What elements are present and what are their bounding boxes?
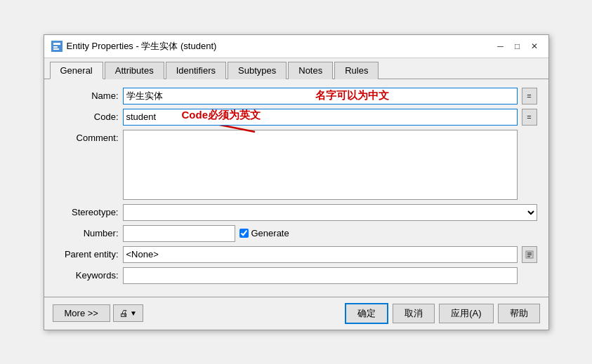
svg-rect-9 <box>527 252 532 254</box>
number-input[interactable] <box>123 225 235 242</box>
number-row: Number: Generate <box>55 225 537 242</box>
close-button[interactable]: ✕ <box>527 39 541 53</box>
keywords-label: Keywords: <box>55 270 119 281</box>
parent-input[interactable] <box>123 246 518 263</box>
tabs-bar: General Attributes Identifiers Subtypes … <box>44 58 548 79</box>
svg-rect-3 <box>53 48 59 50</box>
name-label: Name: <box>55 90 119 101</box>
number-label: Number: <box>55 228 119 238</box>
more-button[interactable]: More >> <box>53 304 110 322</box>
name-row: Name: = 名字可以为中文 <box>55 88 537 105</box>
stereotype-label: Stereotype: <box>55 207 119 217</box>
code-label: Code: <box>55 112 119 122</box>
print-button[interactable]: 🖨 ▼ <box>113 304 143 322</box>
code-row: Code: = <box>55 109 537 126</box>
maximize-button[interactable]: □ <box>511 39 525 53</box>
tab-attributes[interactable]: Attributes <box>105 62 164 79</box>
minimize-button[interactable]: ─ <box>494 39 508 53</box>
cancel-button[interactable]: 取消 <box>393 304 435 323</box>
name-extra-button[interactable]: = <box>522 88 537 105</box>
title-controls: ─ □ ✕ <box>494 39 541 53</box>
tab-identifiers[interactable]: Identifiers <box>166 62 226 79</box>
footer: More >> 🖨 ▼ 确定 取消 应用(A) 帮助 <box>44 297 548 330</box>
comment-label: Comment: <box>55 130 119 143</box>
entity-properties-dialog: Entity Properties - 学生实体 (student) ─ □ ✕… <box>44 34 549 330</box>
tab-general[interactable]: General <box>50 62 103 79</box>
title-bar-left: Entity Properties - 学生实体 (student) <box>51 40 217 53</box>
generate-label: Generate <box>239 228 289 238</box>
dialog-title: Entity Properties - 学生实体 (student) <box>67 40 217 53</box>
parent-entity-row: Parent entity: <box>55 246 537 263</box>
svg-rect-1 <box>53 43 60 45</box>
confirm-button[interactable]: 确定 <box>345 303 388 324</box>
title-bar: Entity Properties - 学生实体 (student) ─ □ ✕ <box>44 35 548 58</box>
keywords-input[interactable] <box>123 267 518 284</box>
stereotype-select[interactable] <box>123 204 537 221</box>
content-area: Name: = 名字可以为中文 Code: = Code必须为英文 Commen… <box>44 79 548 297</box>
help-button[interactable]: 帮助 <box>498 304 540 323</box>
footer-left: More >> 🖨 ▼ <box>53 304 341 322</box>
comment-textarea[interactable] <box>123 130 518 200</box>
tab-subtypes[interactable]: Subtypes <box>228 62 287 79</box>
name-annotation: 名字可以为中文 <box>315 89 389 102</box>
stereotype-row: Stereotype: <box>55 204 537 221</box>
generate-checkbox[interactable] <box>239 229 249 238</box>
tab-rules[interactable]: Rules <box>334 62 379 79</box>
svg-rect-10 <box>527 254 532 255</box>
code-extra-button[interactable]: = <box>522 109 537 126</box>
print-dropdown-icon: ▼ <box>130 309 137 317</box>
print-icon: 🖨 <box>119 308 129 318</box>
apply-button[interactable]: 应用(A) <box>439 304 493 323</box>
svg-rect-11 <box>527 256 530 257</box>
keywords-row: Keywords: <box>55 267 537 284</box>
code-annotation: Code必须为英文 <box>182 109 261 122</box>
dialog-icon <box>51 41 63 52</box>
parent-browse-button[interactable] <box>522 246 537 263</box>
parent-label: Parent entity: <box>55 249 119 259</box>
comment-row: Comment: <box>55 130 537 200</box>
tab-notes[interactable]: Notes <box>288 62 333 79</box>
svg-rect-2 <box>53 46 58 48</box>
